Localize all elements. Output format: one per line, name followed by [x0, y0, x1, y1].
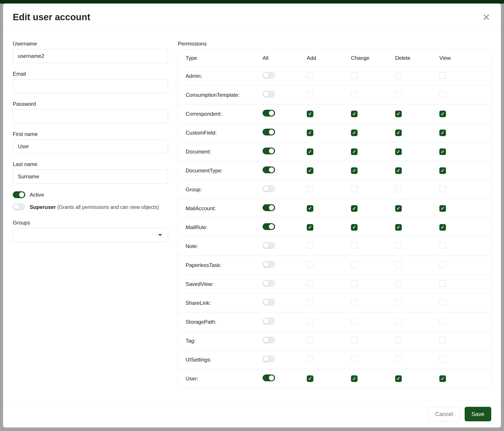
delete-checkbox[interactable]: [395, 299, 402, 306]
delete-checkbox[interactable]: [395, 337, 402, 343]
close-icon[interactable]: ×: [481, 13, 491, 22]
permission-row: ConsumptionTemplate:: [178, 85, 491, 104]
view-checkbox[interactable]: ✓: [439, 148, 446, 155]
groups-select[interactable]: [13, 228, 168, 242]
view-checkbox[interactable]: ✓: [439, 375, 446, 382]
password-input[interactable]: [13, 109, 168, 123]
add-checkbox[interactable]: ✓: [307, 111, 313, 117]
view-checkbox[interactable]: ✓: [439, 130, 446, 136]
cancel-button[interactable]: Cancel: [428, 407, 460, 421]
view-checkbox[interactable]: [439, 280, 446, 287]
delete-checkbox[interactable]: ✓: [395, 111, 402, 117]
view-checkbox[interactable]: [439, 299, 446, 306]
add-checkbox[interactable]: ✓: [307, 224, 313, 231]
change-checkbox[interactable]: [351, 91, 358, 98]
view-checkbox[interactable]: ✓: [439, 167, 446, 174]
all-toggle[interactable]: [262, 185, 275, 192]
add-checkbox[interactable]: [307, 261, 313, 268]
delete-checkbox[interactable]: ✓: [395, 130, 402, 136]
add-checkbox[interactable]: [307, 186, 313, 192]
change-checkbox[interactable]: ✓: [351, 224, 358, 231]
view-checkbox[interactable]: [439, 356, 446, 362]
delete-checkbox[interactable]: [395, 280, 402, 287]
delete-checkbox[interactable]: ✓: [395, 148, 402, 155]
all-toggle[interactable]: [262, 242, 275, 249]
all-toggle[interactable]: [262, 110, 275, 117]
add-checkbox[interactable]: [307, 356, 313, 362]
view-checkbox[interactable]: ✓: [439, 111, 446, 117]
add-checkbox[interactable]: [307, 72, 313, 79]
active-toggle[interactable]: [13, 191, 25, 198]
add-checkbox[interactable]: [307, 91, 313, 98]
view-checkbox[interactable]: ✓: [439, 205, 446, 212]
delete-checkbox[interactable]: ✓: [395, 167, 402, 174]
delete-checkbox[interactable]: [395, 318, 402, 324]
add-checkbox[interactable]: [307, 299, 313, 306]
change-checkbox[interactable]: ✓: [351, 205, 358, 212]
all-toggle[interactable]: [262, 91, 275, 98]
all-toggle[interactable]: [262, 337, 275, 343]
change-checkbox[interactable]: ✓: [351, 111, 358, 117]
delete-checkbox[interactable]: [395, 242, 402, 249]
add-checkbox[interactable]: ✓: [307, 375, 313, 382]
email-input[interactable]: [13, 79, 168, 93]
all-toggle[interactable]: [262, 129, 275, 135]
last-name-input[interactable]: [13, 170, 168, 184]
permission-row: MailRule:✓✓✓✓: [178, 218, 491, 237]
add-checkbox[interactable]: ✓: [307, 130, 313, 136]
change-checkbox[interactable]: ✓: [351, 148, 358, 155]
save-button[interactable]: Save: [465, 407, 491, 421]
change-checkbox[interactable]: [351, 299, 358, 306]
all-toggle[interactable]: [262, 318, 275, 324]
all-toggle[interactable]: [262, 280, 275, 287]
change-checkbox[interactable]: ✓: [351, 375, 358, 382]
view-checkbox[interactable]: [439, 72, 446, 79]
change-checkbox[interactable]: [351, 261, 358, 268]
add-checkbox[interactable]: ✓: [307, 167, 313, 174]
change-checkbox[interactable]: ✓: [351, 167, 358, 174]
delete-checkbox[interactable]: ✓: [395, 224, 402, 231]
delete-checkbox[interactable]: ✓: [395, 205, 402, 212]
change-checkbox[interactable]: [351, 72, 358, 79]
all-toggle[interactable]: [262, 375, 275, 381]
view-checkbox[interactable]: [439, 337, 446, 343]
change-checkbox[interactable]: [351, 242, 358, 249]
add-checkbox[interactable]: [307, 318, 313, 324]
change-checkbox[interactable]: [351, 337, 358, 343]
view-checkbox[interactable]: [439, 261, 446, 268]
add-checkbox[interactable]: [307, 337, 313, 343]
all-toggle[interactable]: [262, 261, 275, 268]
view-checkbox[interactable]: [439, 318, 446, 324]
add-checkbox[interactable]: ✓: [307, 205, 313, 212]
superuser-toggle[interactable]: [13, 203, 25, 210]
username-input[interactable]: [13, 49, 168, 63]
modal-header: Edit user account ×: [3, 3, 501, 30]
all-toggle[interactable]: [262, 223, 275, 230]
permission-type-label: StoragePath:: [186, 319, 262, 325]
delete-checkbox[interactable]: [395, 261, 402, 268]
delete-checkbox[interactable]: [395, 186, 402, 192]
all-toggle[interactable]: [262, 356, 275, 362]
view-checkbox[interactable]: [439, 91, 446, 98]
change-checkbox[interactable]: ✓: [351, 130, 358, 136]
view-checkbox[interactable]: ✓: [439, 224, 446, 231]
first-name-input[interactable]: [13, 139, 168, 153]
all-toggle[interactable]: [262, 72, 275, 79]
delete-checkbox[interactable]: [395, 91, 402, 98]
add-checkbox[interactable]: ✓: [307, 148, 313, 155]
delete-checkbox[interactable]: [395, 72, 402, 79]
all-toggle[interactable]: [262, 299, 275, 306]
all-toggle[interactable]: [262, 204, 275, 211]
change-checkbox[interactable]: [351, 280, 358, 287]
change-checkbox[interactable]: [351, 356, 358, 362]
delete-checkbox[interactable]: [395, 356, 402, 362]
all-toggle[interactable]: [262, 148, 275, 154]
delete-checkbox[interactable]: ✓: [395, 375, 402, 382]
all-toggle[interactable]: [262, 166, 275, 173]
view-checkbox[interactable]: [439, 242, 446, 249]
view-checkbox[interactable]: [439, 186, 446, 192]
add-checkbox[interactable]: [307, 242, 313, 249]
change-checkbox[interactable]: [351, 318, 358, 324]
change-checkbox[interactable]: [351, 186, 358, 192]
add-checkbox[interactable]: [307, 280, 313, 287]
